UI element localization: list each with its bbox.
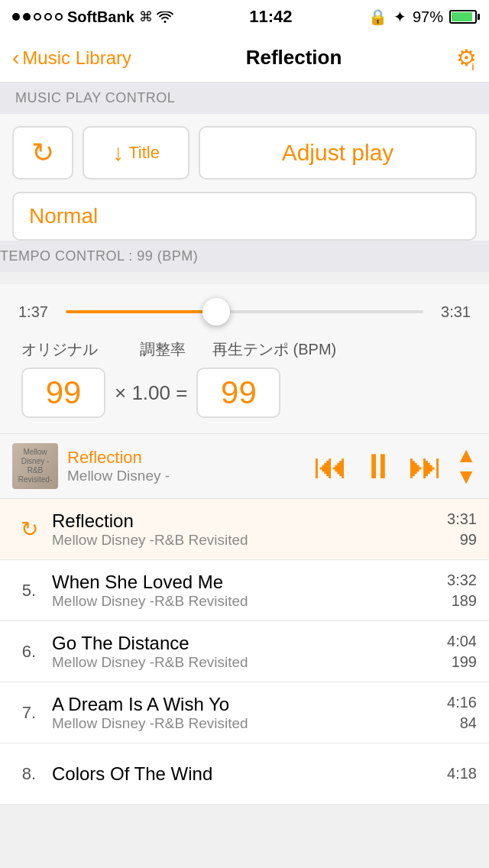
wifi-icon: ⌘︎ — [139, 8, 173, 25]
adjust-play-button[interactable]: Adjust play — [199, 126, 477, 180]
pause-button[interactable]: ⏸ — [361, 445, 396, 487]
adj-label: 調整率 — [121, 339, 205, 360]
current-time: 1:37 — [18, 303, 57, 321]
album-text: Mellow Disney - R&B Revisited- — [15, 448, 55, 484]
track-8-title: Colors Of The Wind — [52, 763, 441, 785]
tempo-slider-row: 1:37 3:31 — [15, 296, 474, 327]
playback-controls: ⏮ ⏸ ⏭ ▲ ▼ — [313, 445, 477, 487]
back-chevron-icon: ‹ — [12, 46, 19, 70]
next-button[interactable]: ⏭ — [408, 445, 443, 487]
track-6-num: 6. — [12, 642, 46, 662]
settings-button[interactable]: ⚙ i — [456, 44, 477, 71]
playback-label: 再生テンポ (BPM) — [212, 339, 468, 360]
now-playing-info: Reflection Mellow Disney - — [67, 448, 304, 484]
track-5-bpm: 189 — [452, 592, 477, 610]
battery-icon — [449, 10, 477, 24]
sort-down-icon: ↓ — [112, 140, 124, 166]
track-5-info: When She Loved Me Mellow Disney -R&B Rev… — [46, 572, 447, 610]
original-bpm-box: 99 — [21, 368, 105, 418]
dot-1 — [12, 13, 20, 21]
dot-5 — [55, 13, 63, 21]
nav-bar: ‹ Music Library Reflection ⚙ i — [0, 34, 489, 83]
bpm-multiplier: × 1.00 = — [115, 381, 187, 405]
track-item[interactable]: 8. Colors Of The Wind 4:18 — [0, 743, 489, 805]
now-playing-bar: Mellow Disney - R&B Revisited- Reflectio… — [0, 433, 489, 499]
track-6-bpm: 199 — [452, 653, 477, 671]
total-time: 3:31 — [432, 303, 471, 321]
track-8-num: 8. — [12, 764, 46, 784]
bpm-labels: オリジナル 調整率 再生テンポ (BPM) — [15, 339, 474, 360]
prev-button[interactable]: ⏮ — [313, 445, 348, 487]
track-4-icon: ↻ — [12, 517, 46, 542]
normal-label: Normal — [29, 204, 98, 228]
scroll-down-icon: ▼ — [455, 466, 477, 487]
track-8-meta: 4:18 — [447, 765, 477, 782]
bluetooth-icon: ✦ — [393, 8, 406, 26]
track-7-bpm: 84 — [460, 714, 477, 732]
control-buttons-row: ↻ ↓ Title Adjust play — [0, 114, 489, 187]
track-7-duration: 4:16 — [447, 694, 477, 711]
info-badge: i — [468, 62, 478, 73]
original-label: オリジナル — [21, 339, 113, 360]
slider-fill — [66, 310, 216, 313]
track-8-duration: 4:18 — [447, 765, 477, 782]
track-4-bpm: 99 — [460, 531, 477, 549]
tempo-section: TEMPO CONTROL : 99 (BPM) 1:37 3:31 オリジナル… — [0, 241, 489, 433]
back-button[interactable]: ‹ Music Library — [12, 46, 131, 70]
track-4-info: Reflection Mellow Disney -R&B Revisited — [46, 510, 447, 549]
bpm-values-row: 99 × 1.00 = 99 — [15, 368, 474, 418]
page-title: Reflection — [246, 46, 342, 70]
original-bpm-value: 99 — [46, 374, 82, 411]
track-item[interactable]: 6. Go The Distance Mellow Disney -R&B Re… — [0, 621, 489, 682]
dot-3 — [34, 13, 41, 21]
track-5-duration: 3:32 — [447, 572, 477, 589]
sort-title-button[interactable]: ↓ Title — [83, 126, 189, 180]
loop-track-icon: ↻ — [21, 517, 38, 542]
track-7-num: 7. — [12, 703, 46, 723]
back-label: Music Library — [22, 47, 131, 69]
carrier-name: SoftBank — [67, 8, 134, 26]
slider-track — [66, 310, 423, 313]
scroll-button[interactable]: ▲ ▼ — [455, 445, 477, 487]
sort-label: Title — [128, 143, 160, 163]
track-7-artist: Mellow Disney -R&B Revisited — [52, 715, 441, 732]
track-item[interactable]: 7. A Dream Is A Wish Yo Mellow Disney -R… — [0, 682, 489, 743]
loop-icon: ↻ — [31, 137, 54, 169]
track-6-info: Go The Distance Mellow Disney -R&B Revis… — [46, 633, 447, 671]
track-7-meta: 4:16 84 — [447, 694, 477, 732]
normal-button[interactable]: Normal — [12, 192, 477, 241]
loop-button[interactable]: ↻ — [12, 126, 73, 180]
status-time: 11:42 — [249, 7, 292, 27]
now-playing-title: Reflection — [67, 448, 304, 468]
track-5-artist: Mellow Disney -R&B Revisited — [52, 593, 441, 610]
track-7-info: A Dream Is A Wish Yo Mellow Disney -R&B … — [46, 694, 447, 732]
track-8-info: Colors Of The Wind — [46, 763, 447, 785]
status-right: 🔒 ✦ 97% — [368, 8, 477, 26]
dot-2 — [23, 13, 31, 21]
tempo-slider[interactable] — [66, 296, 423, 327]
track-5-meta: 3:32 189 — [447, 572, 477, 610]
track-6-title: Go The Distance — [52, 633, 441, 654]
playback-bpm-value: 99 — [221, 374, 257, 411]
track-6-duration: 4:04 — [447, 633, 477, 650]
battery-percent: 97% — [413, 8, 443, 26]
track-6-meta: 4:04 199 — [447, 633, 477, 671]
track-list: ↻ Reflection Mellow Disney -R&B Revisite… — [0, 499, 489, 805]
lock-icon: 🔒 — [368, 8, 387, 26]
scroll-up-icon: ▲ — [455, 445, 477, 466]
status-bar: SoftBank ⌘︎ 11:42 🔒 ✦ 97% — [0, 0, 489, 34]
track-item[interactable]: ↻ Reflection Mellow Disney -R&B Revisite… — [0, 499, 489, 560]
track-4-duration: 3:31 — [447, 510, 477, 528]
track-6-artist: Mellow Disney -R&B Revisited — [52, 654, 441, 671]
album-art: Mellow Disney - R&B Revisited- — [12, 443, 58, 489]
slider-thumb[interactable] — [202, 298, 230, 326]
track-item[interactable]: 5. When She Loved Me Mellow Disney -R&B … — [0, 560, 489, 621]
music-play-control-header: MUSIC PLAY CONTROL — [0, 83, 489, 114]
track-5-title: When She Loved Me — [52, 572, 441, 593]
track-4-title: Reflection — [52, 510, 441, 532]
status-left: SoftBank ⌘︎ — [12, 8, 173, 26]
signal-dots — [12, 13, 63, 21]
tempo-control-header: TEMPO CONTROL : 99 (BPM) — [0, 241, 489, 272]
adjust-play-label: Adjust play — [282, 140, 394, 166]
track-7-title: A Dream Is A Wish Yo — [52, 694, 441, 715]
